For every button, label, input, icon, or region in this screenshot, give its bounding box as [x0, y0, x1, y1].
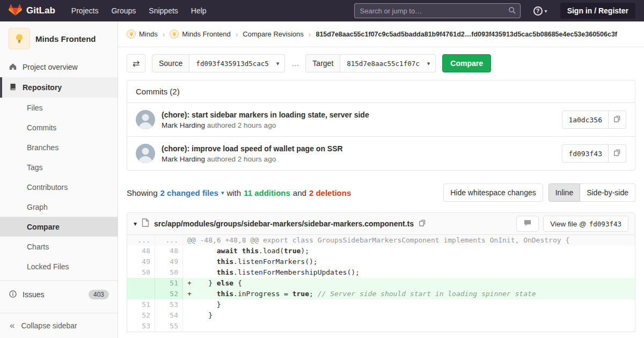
- help-menu[interactable]: ? ▾: [533, 6, 547, 16]
- commit-meta: Mark Harding authored 2 hours ago: [162, 155, 343, 163]
- diff-old-line-number[interactable]: 48: [127, 246, 155, 256]
- sidebar-item-compare[interactable]: Compare: [0, 217, 118, 237]
- changed-files-dropdown[interactable]: 2 changed files: [160, 188, 218, 197]
- diff-old-line-number[interactable]: [127, 278, 155, 289]
- top-navbar: GitLab Projects Groups Snippets Help ? ▾…: [0, 0, 644, 21]
- diff-summary-text: Showing 2 changed files ▾ with 11 additi…: [127, 188, 351, 197]
- breadcrumb-label: Minds: [139, 30, 158, 38]
- commit-author[interactable]: Mark Harding: [162, 121, 205, 129]
- diff-code: + this.inProgress = true; // Server side…: [183, 289, 635, 299]
- diff-new-line-number[interactable]: 49: [155, 256, 183, 267]
- target-dropdown[interactable]: 815d7e8aac55c1f07c9c… ▾: [340, 54, 436, 72]
- diff-old-line-number[interactable]: 52: [127, 310, 155, 321]
- search-input[interactable]: [354, 3, 521, 18]
- diff-line: 50 50 this.listenForMembershipUpdates();: [127, 267, 635, 278]
- diff-old-line-number[interactable]: 50: [127, 267, 155, 278]
- and-label: and: [293, 188, 306, 197]
- sidebar-item-label: Locked Files: [27, 262, 69, 271]
- source-dropdown[interactable]: fd093f435913d5cac5b0… ▾: [189, 54, 285, 72]
- gitlab-brand[interactable]: GitLab: [9, 3, 55, 18]
- sidebar-item-label: Graph: [27, 203, 48, 211]
- showing-label: Showing: [127, 188, 158, 197]
- diff-new-line-number[interactable]: 51: [155, 278, 183, 289]
- sidebar-item-label: Files: [27, 104, 43, 112]
- caret-down-icon[interactable]: ▾: [221, 189, 224, 196]
- diff-line: 49 49 this.listenForMarkers();: [127, 256, 635, 267]
- deletions-count: 2 deletions: [309, 188, 351, 197]
- double-chevron-left-icon: «: [10, 320, 14, 331]
- swap-revisions-button[interactable]: ⇄: [127, 54, 145, 72]
- sidebar-item-label: Issues: [23, 290, 44, 299]
- breadcrumb-project[interactable]: Minds Frontend: [170, 30, 230, 39]
- chevron-right-icon: ›: [309, 30, 311, 39]
- inline-view-button[interactable]: Inline: [548, 183, 580, 202]
- nav-link-help[interactable]: Help: [191, 6, 207, 15]
- nav-link-groups[interactable]: Groups: [111, 6, 136, 15]
- commit-author[interactable]: Mark Harding: [162, 155, 205, 163]
- diff-old-line-number[interactable]: 49: [127, 256, 155, 267]
- view-file-button[interactable]: View file @ fd093f43: [543, 216, 628, 232]
- copy-sha-button[interactable]: [609, 111, 626, 129]
- sidebar-item-issues[interactable]: Issues 403: [0, 284, 118, 305]
- file-icon: [142, 218, 149, 229]
- sidebar-item-contributors[interactable]: Contributors: [0, 177, 118, 197]
- source-group: Source fd093f435913d5cac5b0… ▾: [152, 54, 285, 72]
- diff-new-line-number[interactable]: 54: [155, 310, 183, 321]
- sidebar-item-label: Charts: [27, 243, 49, 251]
- avatar[interactable]: [136, 144, 155, 163]
- diff-new-line-number[interactable]: 55: [155, 321, 183, 332]
- sidebar-item-repository[interactable]: Repository: [0, 77, 118, 98]
- sidebar-item-graph[interactable]: Graph: [0, 197, 118, 217]
- diff-file-path[interactable]: src/app/modules/groups/sidebar-markers/s…: [154, 219, 414, 228]
- sidebar-divider: [0, 280, 118, 281]
- side-by-side-view-button[interactable]: Side-by-side: [580, 183, 635, 202]
- sidebar-item-charts[interactable]: Charts: [0, 237, 118, 256]
- avatar[interactable]: [136, 110, 155, 129]
- toggle-comments-button[interactable]: [516, 216, 539, 232]
- diff-table: ... ... @@ -48,6 +48,8 @@ export class G…: [127, 235, 635, 332]
- commit-sha-button[interactable]: 1a0dc356: [562, 111, 609, 129]
- commit-title[interactable]: (chore): improve load speed of wallet pa…: [162, 144, 343, 153]
- compare-button[interactable]: Compare: [442, 54, 491, 72]
- sidebar-item-tags[interactable]: Tags: [0, 157, 118, 177]
- copy-icon: [613, 115, 621, 124]
- sidebar-item-commits[interactable]: Commits: [0, 117, 118, 137]
- collapse-diff-caret-icon[interactable]: ▾: [134, 220, 137, 227]
- copy-file-path-icon[interactable]: [419, 219, 426, 229]
- copy-sha-button[interactable]: [609, 144, 626, 163]
- sidebar-item-branches[interactable]: Branches: [0, 137, 118, 157]
- sidebar-item-label: Contributors: [27, 183, 68, 192]
- hide-whitespace-button[interactable]: Hide whitespace changes: [443, 183, 543, 202]
- sidebar-item-locked-files[interactable]: Locked Files: [0, 256, 118, 276]
- diff-new-line-number[interactable]: 48: [155, 246, 183, 256]
- diff-new-line-number[interactable]: 50: [155, 267, 183, 278]
- diff-old-line-number[interactable]: 51: [127, 299, 155, 310]
- nav-link-snippets[interactable]: Snippets: [149, 6, 178, 15]
- diff-old-line-number[interactable]: [127, 289, 155, 299]
- diff-new-line-number[interactable]: 53: [155, 299, 183, 310]
- diff-code: this.listenForMarkers();: [183, 256, 635, 267]
- commit-sha-button[interactable]: fd093f43: [562, 144, 609, 163]
- search-icon[interactable]: [508, 6, 516, 17]
- breadcrumb-compare-revisions[interactable]: Compare Revisions: [243, 30, 303, 38]
- chevron-down-icon: ▾: [276, 60, 280, 67]
- sidebar-item-project-overview[interactable]: Project overview: [0, 57, 118, 77]
- project-avatar-small: [170, 30, 179, 39]
- sidebar-item-files[interactable]: Files: [0, 98, 118, 117]
- nav-link-projects[interactable]: Projects: [71, 6, 99, 15]
- view-file-label: View file @: [550, 220, 586, 228]
- breadcrumb-sha-range: 815d7e8aac55c1f07c9c5ad5badda81b9f4761d2…: [316, 31, 617, 38]
- diff-old-line-number[interactable]: 53: [127, 321, 155, 332]
- diff-hunk-row: ... ... @@ -48,6 +48,8 @@ export class G…: [127, 235, 635, 246]
- breadcrumb-group[interactable]: Minds: [127, 30, 158, 39]
- range-separator: …: [291, 59, 299, 68]
- diff-code: }: [183, 310, 635, 321]
- nav-links: Projects Groups Snippets Help: [71, 6, 207, 15]
- collapse-sidebar-button[interactable]: « Collapse sidebar: [0, 313, 118, 338]
- commit-title[interactable]: (chore): start sidebar markers in loadin…: [162, 111, 369, 119]
- project-header[interactable]: Minds Frontend: [0, 21, 118, 57]
- navbar-search: [354, 3, 521, 18]
- chevron-right-icon: ›: [163, 30, 165, 39]
- sign-in-register-button[interactable]: Sign in / Register: [560, 3, 635, 19]
- diff-new-line-number[interactable]: 52: [155, 289, 183, 299]
